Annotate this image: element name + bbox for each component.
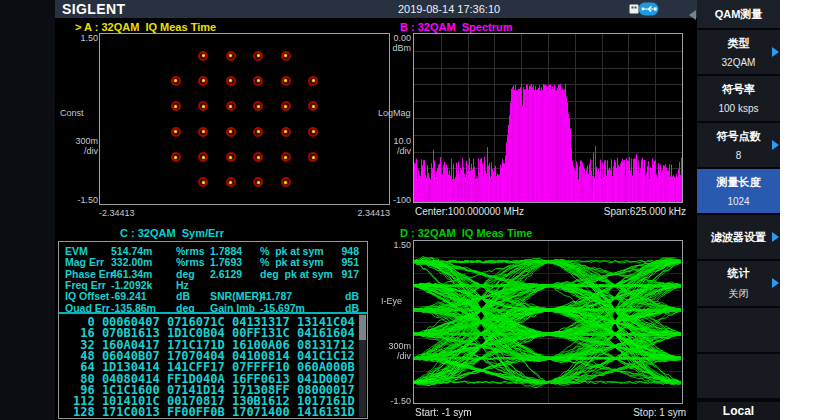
constellation-point <box>281 152 291 162</box>
window-a-title[interactable]: > A : 32QAM IQ Meas Time <box>75 21 216 33</box>
measurement-row: EVM514.74m%rms1.7884% pk at sym948 <box>59 245 367 256</box>
submenu-arrow-icon <box>772 232 779 242</box>
constellation-point <box>171 76 181 86</box>
constellation-point <box>253 127 263 137</box>
softkey-value: 1024 <box>727 196 749 207</box>
window-b-title[interactable]: B : 32QAM Spectrum <box>400 21 512 33</box>
measurement-row: Quad Err-135.86mdegGain Imb-15.697mdB <box>59 302 367 313</box>
d-ydiv-label: 300m <box>379 341 411 351</box>
usb-device-icon <box>629 2 659 16</box>
window-d-title[interactable]: D : 32QAM IQ Meas Time <box>400 227 532 239</box>
constellation-point <box>281 51 291 61</box>
constellation-point <box>281 76 291 86</box>
a-ymin-label: -1.50 <box>66 195 98 205</box>
constellation-point <box>281 101 291 111</box>
a-ref-label: 1.50 <box>70 33 98 43</box>
constellation-point <box>226 177 236 187</box>
sidebar-item-symbol-rate[interactable]: 符号率100 ksps <box>697 76 780 122</box>
a-xmax-label: 2.34413 <box>310 208 390 218</box>
d-ymax-label: 1.50 <box>379 240 411 250</box>
constellation-point <box>281 177 291 187</box>
eye-stop-label: Stop: 1 sym <box>536 407 686 418</box>
scrollbar-thumb[interactable] <box>359 315 366 340</box>
b-ref-label: 0.00 <box>379 33 411 43</box>
softkey-menu-title: QAM测量 <box>697 0 780 30</box>
submenu-arrow-icon <box>772 278 779 288</box>
b-ydiv-suffix: /div <box>379 146 411 156</box>
symbol-table-scrollbar[interactable] <box>359 314 366 417</box>
a-ydiv-label: 300m <box>70 136 98 146</box>
constellation-point <box>198 127 208 137</box>
constellation-point <box>226 127 236 137</box>
submenu-arrow-icon <box>772 140 779 150</box>
left-bezel <box>0 0 55 420</box>
constellation-point <box>253 152 263 162</box>
constellation-point <box>253 177 263 187</box>
constellation-point <box>198 76 208 86</box>
softkey-label: 统计 <box>728 266 750 281</box>
softkey-menu: 类型32QAM符号率100 ksps符号点数8测量长度1024滤波器设置统计关闭 <box>697 30 780 400</box>
local-button[interactable]: Local <box>697 400 780 420</box>
softkey-value: 8 <box>736 150 742 161</box>
sidebar-item-statistics[interactable]: 统计关闭 <box>697 261 780 307</box>
constellation-point <box>308 152 318 162</box>
eye-diagram-trace <box>414 241 682 403</box>
constellation-point <box>226 76 236 86</box>
sidebar-item-meas-length[interactable]: 测量长度1024 <box>697 169 780 215</box>
symbol-hex-table: 0 00060407 0716071C 04131317 13141C04 16… <box>73 317 363 418</box>
constellation-point <box>308 76 318 86</box>
window-c-title[interactable]: C : 32QAM Sym/Err <box>120 227 224 239</box>
a-ylabel: Const <box>60 108 84 118</box>
siglent-logo: SIGLENT <box>62 1 125 17</box>
softkey-label: 符号点数 <box>717 129 761 144</box>
sidebar-item-type[interactable]: 类型32QAM <box>697 30 780 76</box>
sidebar-item-blank-2 <box>697 354 780 400</box>
constellation-point <box>198 101 208 111</box>
constellation-point <box>198 177 208 187</box>
spectrum-trace <box>414 34 682 202</box>
constellation-point <box>281 127 291 137</box>
symbol-hex-row: 128 171C0013 FF00FF0B 17071400 1416131D <box>73 407 355 418</box>
constellation-point <box>253 51 263 61</box>
constellation-point <box>253 101 263 111</box>
constellation-point <box>171 127 181 137</box>
constellation-points <box>100 34 389 204</box>
datetime-display: 2019-08-14 17:36:10 <box>398 3 500 15</box>
constellation-point <box>308 101 318 111</box>
screenshot-root: SIGLENT 2019-08-14 17:36:10 > A : 32QAM … <box>0 0 840 420</box>
b-ref-unit: dBm <box>379 43 411 53</box>
error-summary-table: EVM514.74m%rms1.7884% pk at sym948Mag Er… <box>59 243 367 311</box>
center-frequency-label: Center:100.000000 MHz <box>415 206 524 217</box>
softkey-value: 关闭 <box>729 287 749 301</box>
softkey-label: 测量长度 <box>717 175 761 190</box>
constellation-point <box>198 152 208 162</box>
sidebar-item-blank-1 <box>697 308 780 354</box>
constellation-point <box>171 152 181 162</box>
softkey-label: 滤波器设置 <box>711 230 766 245</box>
sidebar-item-filter-settings[interactable]: 滤波器设置 <box>697 215 780 261</box>
b-ymin-label: -100 <box>379 195 411 205</box>
active-window-marker: > <box>75 21 81 33</box>
constellation-point <box>198 51 208 61</box>
d-ymin-label: -1.50 <box>379 396 411 406</box>
constellation-point <box>171 101 181 111</box>
measurement-row: IQ Offset-69.241dBSNR(MER)41.787dB <box>59 290 367 301</box>
eye-start-label: Start: -1 sym <box>415 407 472 418</box>
b-ylabel: LogMag <box>378 108 411 118</box>
a-xmin-label: -2.34413 <box>99 208 135 218</box>
softkey-label: 符号率 <box>722 82 755 97</box>
sidebar-item-points-per-symbol[interactable]: 符号点数8 <box>697 123 780 169</box>
menu-back-arrow-icon[interactable] <box>689 10 696 20</box>
top-status-bar <box>55 0 697 18</box>
submenu-arrow-icon <box>772 47 779 57</box>
softkey-label: 类型 <box>728 36 750 51</box>
table-divider <box>59 312 367 314</box>
measurement-row: Mag Err332.00m%rms1.7693% pk at sym951 <box>59 256 367 267</box>
constellation-point <box>226 101 236 111</box>
d-ydiv-suffix: /div <box>379 351 411 361</box>
measurement-row: Phase Err461.34mdeg2.6129deg pk at sym91… <box>59 268 367 279</box>
constellation-point <box>308 127 318 137</box>
span-label: Span:625.000 kHz <box>536 206 686 217</box>
softkey-value: 32QAM <box>722 57 756 68</box>
a-ydiv-suffix: /div <box>70 146 98 156</box>
